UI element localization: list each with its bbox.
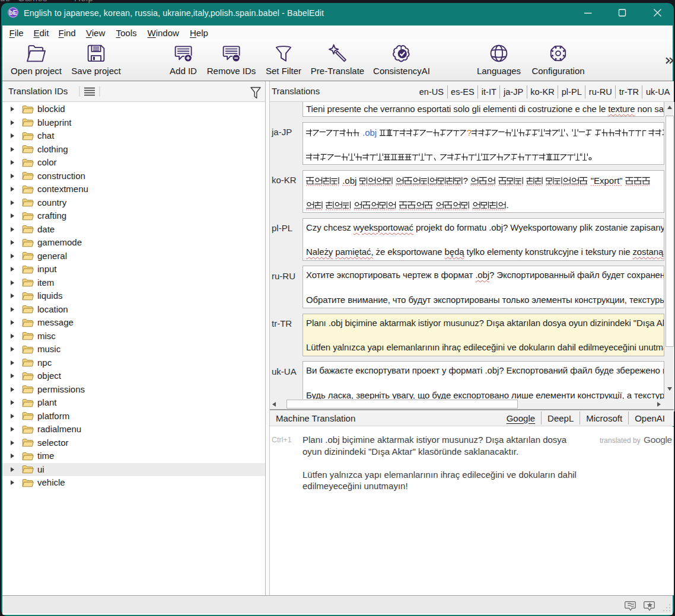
svg-text:?: ? (463, 175, 467, 186)
svg-text:?: ? (467, 127, 472, 138)
svg-text:"Export": "Export" (591, 175, 623, 186)
svg-text:.obj: .obj (362, 127, 377, 138)
svg-text:.obj: .obj (342, 175, 356, 186)
svg-text:.: . (507, 200, 509, 210)
